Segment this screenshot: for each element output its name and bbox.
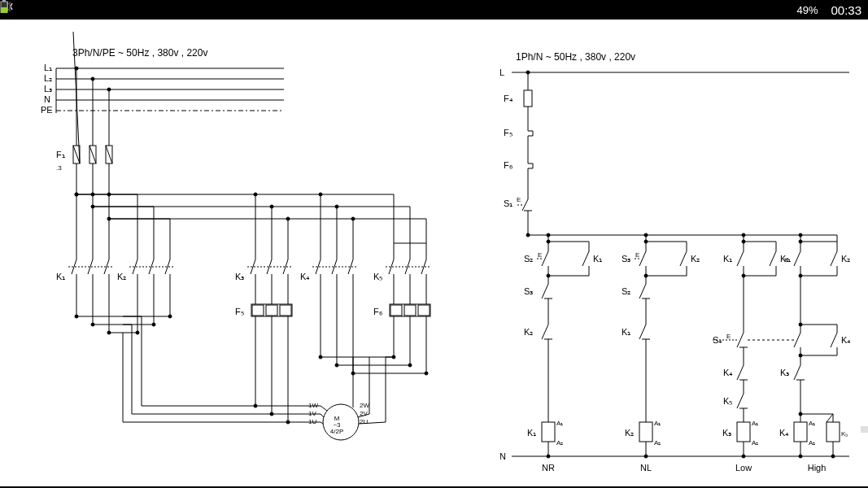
svg-point-147 [335, 364, 338, 367]
svg-rect-2 [1, 7, 7, 13]
contactor-k3: K₃ [235, 272, 244, 281]
svg-point-258 [742, 455, 745, 458]
k2-a1: A₁ [654, 420, 661, 427]
ctrl-s3: S₃ [524, 286, 533, 296]
svg-point-66 [107, 331, 111, 334]
ctrl-s2b: S₂ [622, 286, 630, 296]
svg-point-233 [644, 274, 648, 277]
svg-point-208 [547, 240, 550, 243]
contactor-k1: K₁ [56, 272, 65, 281]
line-n: N [44, 94, 50, 104]
svg-point-179 [526, 71, 530, 74]
line-l1: L₁ [44, 63, 52, 72]
svg-point-148 [408, 364, 412, 367]
high-k3: K₃ [780, 368, 789, 377]
ctrl-s2: S₂ [524, 254, 533, 264]
svg-rect-124 [280, 305, 291, 316]
svg-point-62 [75, 315, 78, 318]
motor-2w: 2W [360, 402, 369, 409]
svg-point-268 [799, 240, 802, 243]
ctrl-s3b: S₃ [622, 254, 630, 264]
fuse-f1-count: .3 [56, 164, 62, 172]
svg-line-265 [831, 251, 837, 266]
line-l2: L₂ [44, 73, 52, 83]
svg-rect-134 [390, 304, 430, 316]
svg-line-166 [321, 406, 327, 411]
branch-nr-label: NR [542, 463, 555, 473]
svg-line-167 [321, 414, 324, 417]
k2-a2: A₂ [654, 439, 661, 447]
svg-point-293 [831, 455, 835, 458]
svg-point-101 [319, 193, 322, 196]
low-k1: K₁ [723, 254, 732, 264]
ctrl-f6: F₆ [504, 160, 513, 170]
low-k5: K₅ [723, 396, 732, 406]
battery-pct: 49% [796, 4, 818, 16]
svg-point-260 [799, 233, 802, 237]
low-k4: K₄ [723, 368, 733, 377]
svg-rect-137 [418, 305, 430, 316]
k1-a2: A₂ [556, 439, 563, 447]
aux-k2: K₂ [691, 254, 700, 264]
svg-line-194 [542, 251, 548, 266]
svg-point-190 [526, 233, 530, 237]
line-pe: PE [41, 105, 53, 115]
svg-point-279 [799, 323, 802, 326]
svg-point-269 [799, 274, 802, 277]
svg-point-214 [644, 233, 648, 237]
high-k1: K₁ [784, 256, 791, 264]
svg-line-276 [831, 333, 837, 347]
svg-point-12 [91, 77, 94, 81]
svg-line-221 [639, 325, 646, 339]
aux-k1: K₁ [593, 254, 602, 264]
svg-point-235 [742, 233, 745, 237]
svg-point-162 [254, 404, 257, 407]
k4-a1: A₁ [809, 420, 815, 427]
k4-a2: A₂ [809, 439, 815, 447]
svg-line-236 [737, 251, 744, 266]
svg-line-250 [737, 365, 744, 380]
ctrl-s3-sym: E [635, 251, 639, 259]
svg-rect-288 [794, 422, 807, 442]
svg-point-88 [254, 193, 257, 196]
svg-line-245 [737, 333, 744, 347]
svg-line-218 [639, 284, 646, 298]
high-k2: K₂ [841, 254, 850, 264]
ctrl-k2nc: K₂ [524, 327, 533, 337]
svg-line-230 [680, 251, 687, 266]
coil-k3: K₃ [722, 428, 731, 438]
svg-line-253 [737, 394, 744, 408]
coil-k4: K₄ [779, 428, 789, 438]
svg-line-185 [522, 199, 528, 211]
svg-rect-180 [524, 90, 532, 107]
motor-2v: 2V [360, 410, 368, 417]
contactor-k2: K₂ [117, 272, 126, 281]
ctrl-s1: S₁ [504, 198, 513, 208]
coil-k2: K₂ [625, 428, 634, 438]
svg-point-14 [107, 88, 111, 91]
svg-point-163 [270, 412, 273, 416]
svg-point-67 [136, 331, 139, 334]
motor-1u: 1U [308, 418, 316, 425]
diagram-viewer[interactable]: 3Ph/N/PE ~ 50Hz , 380v , 220v L₁ L₂ L₃ N… [0, 20, 868, 486]
svg-point-212 [547, 274, 550, 277]
svg-point-290 [799, 455, 802, 458]
svg-line-281 [794, 365, 800, 380]
ctrl-s2-sym: E [538, 251, 542, 259]
control-title: 1Ph/N ~ 50Hz , 380v , 220v [516, 51, 635, 63]
ctrl-k1nc: K₁ [622, 327, 630, 337]
ctrl-s1-sym: E [517, 196, 521, 203]
contactor-k4: K₄ [300, 272, 310, 281]
branch-high-label: High [807, 463, 826, 473]
svg-rect-297 [861, 426, 869, 433]
svg-point-280 [799, 354, 802, 357]
svg-rect-256 [737, 422, 750, 442]
ctrl-f4: F₄ [504, 94, 513, 103]
status-bar: 49% 00:33 [0, 0, 868, 20]
ctrl-line-l: L [499, 68, 504, 77]
svg-point-226 [644, 455, 648, 458]
high-k4aux: K₄ [841, 335, 851, 345]
svg-point-69 [75, 193, 78, 196]
svg-point-244 [742, 274, 745, 277]
branch-low-label: Low [735, 463, 751, 473]
